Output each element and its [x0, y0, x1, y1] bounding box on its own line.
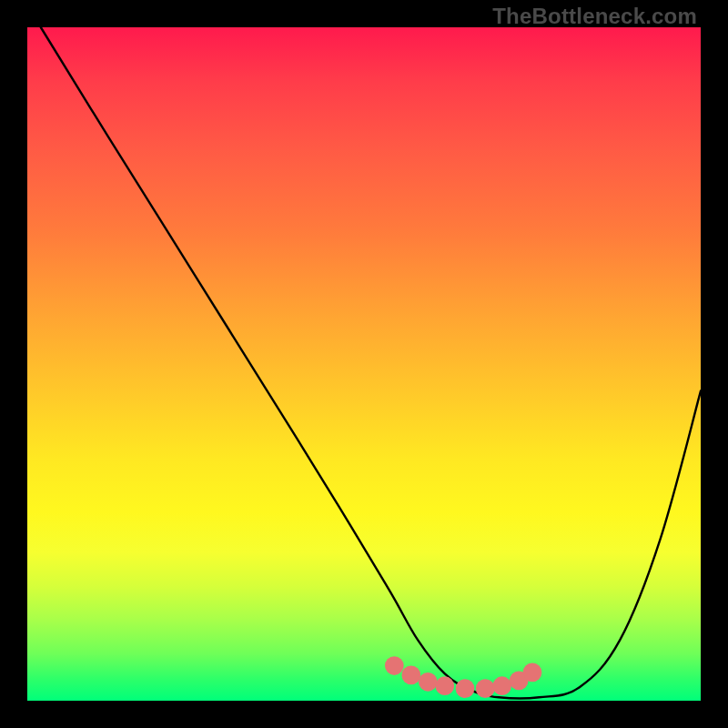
plot-area: [27, 27, 701, 701]
chart-frame: TheBottleneck.com: [0, 0, 728, 728]
bottleneck-curve: [41, 27, 701, 699]
valley-dot: [419, 672, 438, 692]
valley-dot: [385, 656, 404, 675]
curve-layer: [27, 27, 701, 701]
valley-dot: [456, 679, 475, 698]
watermark-label: TheBottleneck.com: [492, 4, 697, 29]
valley-dot: [476, 679, 495, 698]
valley-dot: [492, 676, 511, 695]
valley-dot: [401, 666, 420, 685]
valley-markers: [385, 656, 541, 698]
valley-dot: [435, 676, 454, 695]
valley-dot: [523, 663, 542, 682]
